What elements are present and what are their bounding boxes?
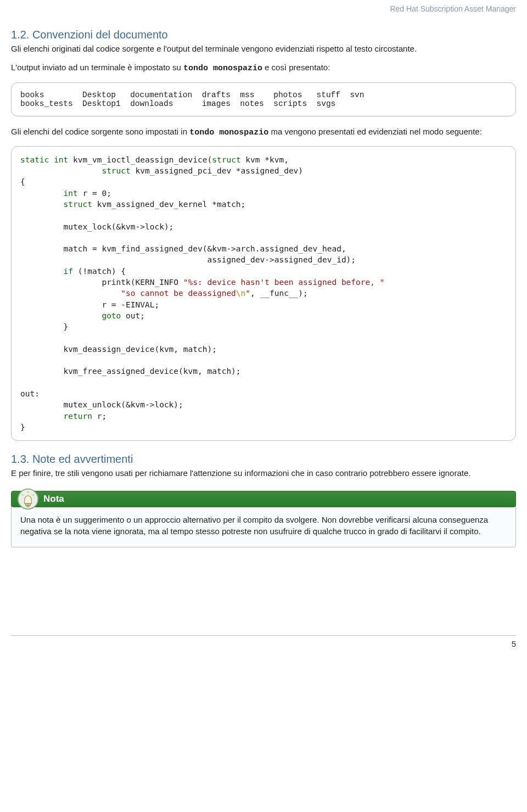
section-1-2-para-3: Gli elenchi del codice sorgente sono imp… [11, 126, 516, 138]
code-escape: \n [236, 289, 245, 298]
page-header-product: Red Hat Subscription Asset Manager [11, 0, 516, 24]
section-1-2-para-1: Gli elenchi originati dal codice sorgent… [11, 43, 516, 54]
code-text: (!match) { [73, 267, 126, 276]
code-text: out: [20, 389, 40, 398]
terminal-output: books Desktop documentation drafts mss p… [11, 82, 516, 116]
note-icon [16, 487, 40, 511]
note-title: Nota [43, 494, 64, 505]
code-text: kvm *kvm, [241, 155, 289, 164]
note-admonition: Nota Una nota è un suggerimento o un app… [11, 491, 516, 547]
code-text [20, 267, 64, 276]
section-1-2-heading: 1.2. Convenzioni del documento [11, 29, 516, 41]
code-text [20, 289, 121, 298]
mono-phrase: tondo monospazio [183, 64, 262, 73]
code-text: printk(KERN_INFO [20, 278, 183, 287]
code-kw: int [54, 155, 68, 164]
code-text: mutex_lock(&kvm->lock); [20, 222, 173, 231]
text: e così presentato: [262, 63, 330, 72]
code-text: } [20, 423, 25, 432]
code-text [20, 189, 64, 198]
code-kw: static [20, 155, 49, 164]
code-text: match = kvm_find_assigned_dev(&kvm->arch… [20, 244, 346, 253]
code-kw: return [64, 412, 92, 421]
svg-rect-1 [25, 504, 30, 506]
code-text: kvm_free_assigned_device(kvm, match); [20, 367, 241, 376]
code-kw: struct [64, 200, 92, 209]
code-str: "%s: device hasn't been assigned before,… [183, 278, 385, 287]
code-str: "so cannot be deassigned [121, 289, 236, 298]
code-kw: struct [102, 166, 130, 175]
section-1-3-heading: 1.3. Note ed avvertimenti [11, 453, 516, 466]
code-text: out; [121, 311, 145, 320]
code-text: r = -EINVAL; [20, 300, 159, 309]
code-text: } [20, 322, 68, 331]
text: Gli elenchi del codice sorgente sono imp… [11, 127, 189, 136]
page-number: 5 [11, 635, 516, 648]
text: ma vengono presentati ed evidenziati nel… [268, 127, 482, 136]
code-str: " [245, 289, 250, 298]
source-code-listing: static int kvm_vm_ioctl_deassign_device(… [11, 146, 516, 441]
code-text: kvm_assigned_pci_dev *assigned_dev) [131, 166, 303, 175]
code-text: kvm_assigned_dev_kernel *match; [92, 200, 245, 209]
mono-phrase: tondo monospazio [189, 128, 268, 137]
code-text: , __func__); [250, 289, 308, 298]
code-text: kvm_deassign_device(kvm, match); [20, 345, 217, 354]
text: L'output inviato ad un terminale è impos… [11, 63, 183, 72]
code-kw: struct [212, 155, 240, 164]
code-text: r; [92, 412, 106, 421]
code-kw: goto [102, 311, 121, 320]
code-text: mutex_unlock(&kvm->lock); [20, 400, 183, 409]
section-1-3-para-1: E per finire, tre stili vengono usati pe… [11, 468, 516, 479]
code-text: assigned_dev->assigned_dev_id); [20, 255, 356, 264]
code-text: kvm_vm_ioctl_deassign_device( [68, 155, 212, 164]
code-kw: int [64, 189, 78, 198]
code-text [20, 311, 102, 320]
code-text [20, 412, 64, 421]
code-text [20, 200, 64, 209]
section-1-2-para-2: L'output inviato ad un terminale è impos… [11, 62, 516, 74]
code-text: r = 0; [78, 189, 111, 198]
code-text [20, 166, 102, 175]
code-text: { [20, 177, 25, 186]
note-title-bar: Nota [11, 491, 516, 507]
svg-rect-2 [26, 506, 30, 507]
code-kw: if [64, 267, 73, 276]
note-body: Una nota è un suggerimento o un approcci… [12, 507, 515, 547]
